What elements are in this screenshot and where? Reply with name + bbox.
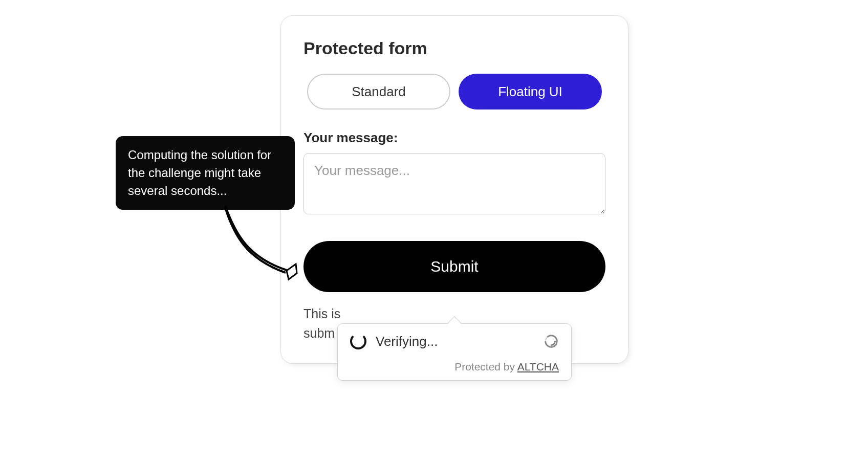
form-title: Protected form [303,38,605,58]
computing-tooltip: Computing the solution for the challenge… [116,136,295,210]
captcha-left-group: Verifying... [350,333,438,349]
captcha-main-row: Verifying... [350,333,559,349]
protected-form-card: Protected form Standard Floating UI Your… [280,15,628,364]
tab-floating-ui[interactable]: Floating UI [459,74,602,109]
helper-text-line1: This is [303,306,340,321]
helper-text-line2: subm [303,326,335,340]
captcha-status-text: Verifying... [376,334,438,349]
submit-button[interactable]: Submit [303,241,605,292]
message-input[interactable] [303,153,605,214]
spinner-icon [350,333,366,349]
tabs-container: Standard Floating UI [303,74,605,109]
message-label: Your message: [303,130,605,146]
tab-standard[interactable]: Standard [307,74,450,109]
refresh-icon[interactable] [544,334,559,349]
captcha-popover: Verifying... Protected by ALTCHA [337,323,572,381]
captcha-footer-prefix: Protected by [454,361,517,372]
captcha-footer: Protected by ALTCHA [350,361,559,373]
captcha-brand-link[interactable]: ALTCHA [517,361,559,372]
